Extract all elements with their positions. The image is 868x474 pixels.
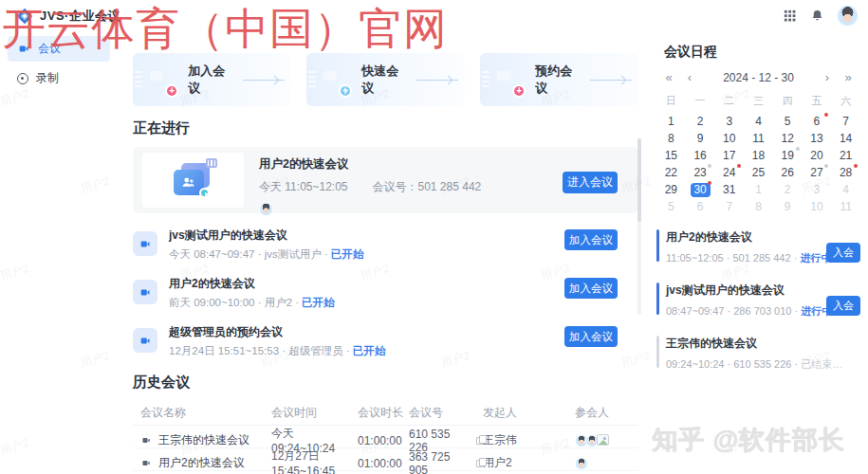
calendar-day[interactable]: 22: [656, 166, 686, 180]
app-header: JVS·企业会议: [0, 0, 868, 32]
calendar-day[interactable]: 5: [656, 200, 686, 214]
history-section-title: 历史会议: [133, 374, 638, 392]
agenda-title: 王宗伟的快速会议: [666, 336, 860, 352]
weekday-label: 五: [803, 94, 832, 108]
calendar-day[interactable]: 4: [831, 183, 860, 197]
user-avatar[interactable]: [837, 5, 859, 27]
calendar-day[interactable]: 9: [686, 132, 715, 146]
calendar-day[interactable]: 30: [686, 183, 715, 197]
event-dot: [796, 147, 800, 151]
calendar-day[interactable]: 6: [686, 200, 715, 214]
calendar-day[interactable]: 15: [656, 149, 686, 163]
meeting-title: jvs测试用户的快速会议: [169, 228, 287, 242]
apps-grid-icon[interactable]: [782, 9, 797, 24]
featured-meeting-card[interactable]: 用户2的快速会议 今天 11:05~12:05 会议号：501 285 442 …: [133, 147, 638, 213]
calendar-day[interactable]: 3: [714, 115, 744, 129]
weekday-label: 二: [714, 94, 744, 108]
calendar-day[interactable]: 20: [803, 149, 832, 163]
quick-meeting-card[interactable]: 快速会议: [306, 53, 465, 106]
copy-icon[interactable]: [476, 460, 483, 467]
calendar-day[interactable]: 23: [686, 166, 715, 180]
weekday-label: 三: [744, 94, 773, 108]
schedule-meeting-card[interactable]: + 预约会议: [480, 53, 638, 106]
calendar-day[interactable]: 11: [744, 132, 773, 146]
agenda-item[interactable]: 用户2的快速会议 11:05~12:05 · 501 285 442 · 进行中…: [656, 228, 860, 267]
next-month-button[interactable]: ›: [817, 70, 838, 84]
calendar-day[interactable]: 11: [831, 200, 860, 214]
enter-button[interactable]: 入会: [826, 296, 860, 316]
calendar-day[interactable]: 3: [803, 183, 832, 197]
table-row[interactable]: 王宗伟的快速会议 今天 09:24~10:24 01:00:00 610 535…: [133, 426, 638, 448]
calendar-day[interactable]: 6: [803, 115, 832, 129]
calendar-day[interactable]: 25: [744, 166, 773, 180]
join-meeting-button[interactable]: 加入会议: [564, 278, 618, 299]
calendar-day[interactable]: 13: [803, 132, 832, 146]
meeting-list-item[interactable]: 超级管理员的预约会议 12月24日 15:51~15:53 · 超级管理员 ·已…: [133, 322, 638, 358]
meeting-list-item[interactable]: 用户2的快速会议 前天 09:00~10:00 · 用户2 ·已开始 加入会议: [133, 274, 638, 310]
featured-meeting-time: 今天 11:05~12:05: [259, 179, 348, 195]
calendar-day[interactable]: 5: [773, 115, 803, 129]
calendar-day[interactable]: 28: [831, 166, 860, 180]
meeting-meta: 今天 08:47~09:47 · jvs测试用户 ·: [169, 248, 328, 260]
meeting-thumbnail: [142, 153, 244, 208]
calendar-day[interactable]: 17: [714, 149, 744, 163]
prev-year-button[interactable]: «: [658, 70, 679, 84]
agenda-item[interactable]: jvs测试用户的快速会议 08:47~09:47 · 286 703 010 ·…: [656, 281, 860, 320]
agenda-status-bar: [656, 283, 659, 315]
sidebar-item-meetings[interactable]: 会议: [8, 36, 110, 62]
calendar-day[interactable]: 2: [686, 115, 715, 129]
meeting-title: 用户2的快速会议: [169, 277, 255, 290]
calendar-day[interactable]: 12: [773, 132, 803, 146]
camera-icon: [17, 44, 30, 54]
calendar-day[interactable]: 10: [803, 200, 832, 214]
schedule-title: 会议日程: [664, 44, 860, 61]
next-year-button[interactable]: »: [838, 70, 859, 84]
agenda-item[interactable]: 王宗伟的快速会议 09:24~10:24 · 610 535 226 · 已结束…: [656, 334, 860, 374]
calendar-month-label: 2024 - 12 - 30: [700, 71, 817, 84]
prev-month-button[interactable]: ‹: [679, 70, 700, 84]
meeting-status: 已开始: [353, 345, 386, 356]
calendar-day[interactable]: 1: [744, 183, 773, 197]
calendar-day[interactable]: 4: [744, 115, 773, 129]
calendar-day[interactable]: 16: [686, 149, 715, 163]
calendar-day[interactable]: 10: [714, 132, 744, 146]
calendar-day[interactable]: 26: [773, 166, 803, 180]
calendar-day[interactable]: 7: [714, 200, 744, 214]
history-host: 王宗伟: [483, 432, 575, 448]
enter-meeting-button[interactable]: 进入会议: [563, 172, 618, 193]
participants-avatars: [575, 457, 638, 470]
calendar-day[interactable]: 18: [744, 149, 773, 163]
play-badge-icon: [199, 188, 210, 198]
join-meeting-button[interactable]: 加入会议: [564, 326, 618, 347]
ongoing-list-scrollbar[interactable]: [637, 138, 641, 315]
calendar-day[interactable]: 2: [773, 183, 803, 197]
table-row[interactable]: 用户2的快速会议 12月27日 15:45~16:45 01:00:00 363…: [133, 448, 638, 471]
calendar-day[interactable]: 21: [831, 149, 860, 163]
calendar-day[interactable]: 14: [831, 132, 860, 146]
join-meeting-button[interactable]: 加入会议: [564, 229, 618, 250]
calendar-day[interactable]: 8: [656, 132, 686, 146]
calendar-day[interactable]: 24: [714, 166, 744, 180]
calendar-nav: « ‹ 2024 - 12 - 30 › »: [656, 70, 860, 84]
calendar-day[interactable]: 19: [773, 149, 803, 163]
copy-icon[interactable]: [476, 437, 483, 445]
meeting-list-item[interactable]: jvs测试用户的快速会议 今天 08:47~09:47 · jvs测试用户 ·已…: [133, 226, 638, 262]
calendar-day[interactable]: 1: [656, 115, 686, 129]
notification-bell-icon[interactable]: [809, 9, 824, 24]
enter-button[interactable]: 入会: [826, 243, 860, 263]
weekday-label: 六: [831, 94, 860, 108]
join-meeting-card[interactable]: + 加入会议: [133, 53, 291, 106]
camera-icon: [133, 280, 157, 304]
calendar-day[interactable]: 8: [744, 200, 773, 214]
calendar-day[interactable]: 31: [714, 183, 744, 197]
event-dot: [737, 164, 741, 168]
sidebar-item-recordings[interactable]: 录制: [8, 65, 110, 91]
watermark-credit: 知乎 @软件部长: [652, 423, 845, 457]
calendar-day[interactable]: 27: [803, 166, 832, 180]
calendar-day[interactable]: 9: [773, 200, 803, 214]
camera-icon: [133, 328, 157, 353]
history-table: 会议名称 会议时间 会议时长 会议号 发起人 参会人 王宗伟的快速会议 今天 0…: [133, 401, 638, 474]
calendar-day[interactable]: 29: [656, 183, 686, 197]
calendar-day[interactable]: 7: [831, 115, 860, 129]
col-participants: 参会人: [575, 405, 638, 421]
